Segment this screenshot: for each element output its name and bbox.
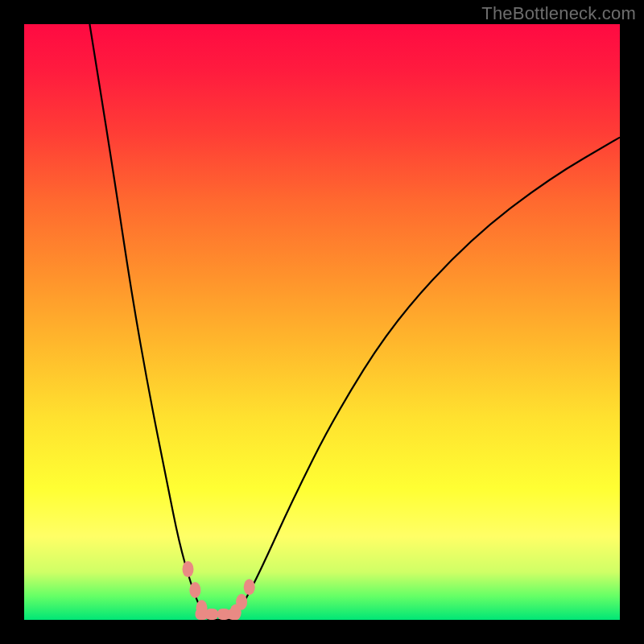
- marker-floor: [205, 609, 218, 620]
- marker-dot: [189, 582, 200, 598]
- marker-floor: [227, 609, 240, 620]
- marker-dot: [236, 594, 247, 610]
- plot-area: [24, 24, 620, 620]
- markers-group: [183, 561, 255, 620]
- right-curve: [233, 138, 620, 620]
- marker-dot: [183, 561, 194, 577]
- marker-dot: [244, 579, 255, 595]
- left-curve: [89, 24, 208, 620]
- chart-frame: TheBottleneck.com: [0, 0, 644, 644]
- watermark-text: TheBottleneck.com: [481, 3, 636, 24]
- curve-layer: [24, 24, 620, 620]
